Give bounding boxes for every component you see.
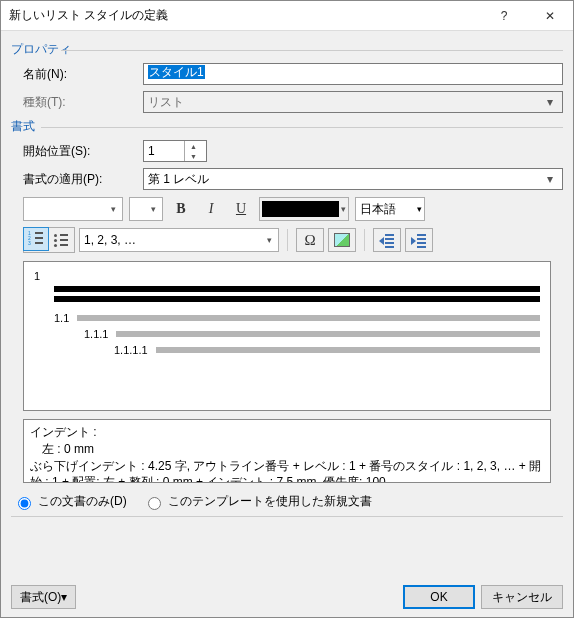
close-button[interactable]: ✕: [527, 1, 573, 31]
apply-combo[interactable]: 第 1 レベル▾: [143, 168, 563, 190]
underline-button[interactable]: U: [229, 197, 253, 221]
bold-button[interactable]: B: [169, 197, 193, 221]
type-combo: リスト▾: [143, 91, 563, 113]
apply-row: 書式の適用(P): 第 1 レベル▾: [23, 167, 563, 191]
ok-button[interactable]: OK: [403, 585, 475, 609]
numbered-list-icon: [28, 231, 44, 247]
properties-group-label: プロパティ: [11, 41, 563, 58]
list-toolbar: 1, 2, 3, …▾ Ω: [23, 227, 563, 253]
help-button[interactable]: ?: [481, 1, 527, 31]
apply-label: 書式の適用(P):: [23, 171, 143, 188]
start-input[interactable]: [144, 144, 184, 158]
desc-line-2: 左 : 0 mm: [30, 441, 544, 458]
chevron-down-icon: ▾: [417, 204, 422, 214]
dialog-title: 新しいリスト スタイルの定義: [1, 7, 481, 24]
description-box: インデント : 左 : 0 mm ぶら下げインデント : 4.25 字, アウト…: [23, 419, 551, 483]
font-family-combo[interactable]: ▾: [23, 197, 123, 221]
omega-icon: Ω: [304, 232, 315, 249]
font-color-combo[interactable]: ▾: [259, 197, 349, 221]
desc-line-1: インデント :: [30, 424, 544, 441]
separator: [11, 516, 563, 517]
chevron-down-icon: ▾: [542, 95, 558, 109]
preview-level-2: 1.1: [54, 312, 69, 324]
list-type-group: [23, 227, 75, 253]
type-row: 種類(T): リスト▾: [23, 90, 563, 114]
preview-level-1: 1: [34, 270, 44, 282]
scope-radios: この文書のみ(D) このテンプレートを使用した新規文書: [13, 493, 561, 510]
format-group-label: 書式: [11, 118, 563, 135]
desc-line-3: ぶら下げインデント : 4.25 字, アウトライン番号 + レベル : 1 +…: [30, 458, 544, 483]
symbol-button[interactable]: Ω: [296, 228, 324, 252]
start-label: 開始位置(S):: [23, 143, 143, 160]
chevron-down-icon: ▾: [341, 204, 346, 214]
bulleted-list-icon: [53, 232, 69, 248]
picture-icon: [334, 233, 350, 247]
preview-level-4: 1.1.1.1: [114, 344, 148, 356]
increase-indent-button[interactable]: [405, 228, 433, 252]
spin-buttons[interactable]: ▲▼: [184, 141, 202, 161]
language-combo[interactable]: 日本語▾: [355, 197, 425, 221]
template-radio[interactable]: このテンプレートを使用した新規文書: [143, 493, 372, 510]
indent-increase-icon: [411, 232, 427, 248]
italic-button[interactable]: I: [199, 197, 223, 221]
name-input[interactable]: スタイル1: [143, 63, 563, 85]
numbered-list-button[interactable]: [23, 227, 49, 251]
start-row: 開始位置(S): ▲▼: [23, 139, 563, 163]
titlebar: 新しいリスト スタイルの定義 ? ✕: [1, 1, 573, 31]
dialog-content: プロパティ 名前(N): スタイル1 種類(T): リスト▾ 書式 開始位置(S…: [1, 31, 573, 577]
preview-pane: 1 1.1 1.1.1 1.1.1.1: [23, 261, 551, 411]
picture-button[interactable]: [328, 228, 356, 252]
bulleted-list-button[interactable]: [48, 228, 74, 252]
number-format-combo[interactable]: 1, 2, 3, …▾: [79, 228, 279, 252]
this-doc-radio[interactable]: この文書のみ(D): [13, 493, 127, 510]
format-menu-button[interactable]: 書式(O)▾: [11, 585, 76, 609]
preview-level-3: 1.1.1: [84, 328, 108, 340]
start-spin[interactable]: ▲▼: [143, 140, 207, 162]
chevron-down-icon: ▾: [542, 172, 558, 186]
toolbar-separator: [364, 229, 365, 251]
decrease-indent-button[interactable]: [373, 228, 401, 252]
name-label: 名前(N):: [23, 66, 143, 83]
font-toolbar: ▾ ▾ B I U ▾ 日本語▾: [23, 197, 563, 221]
dialog-window: 新しいリスト スタイルの定義 ? ✕ プロパティ 名前(N): スタイル1 種類…: [0, 0, 574, 618]
cancel-button[interactable]: キャンセル: [481, 585, 563, 609]
color-swatch: [262, 201, 339, 217]
name-row: 名前(N): スタイル1: [23, 62, 563, 86]
font-size-combo[interactable]: ▾: [129, 197, 163, 221]
indent-decrease-icon: [379, 232, 395, 248]
toolbar-separator: [287, 229, 288, 251]
type-label: 種類(T):: [23, 94, 143, 111]
dialog-footer: 書式(O)▾ OK キャンセル: [1, 577, 573, 617]
